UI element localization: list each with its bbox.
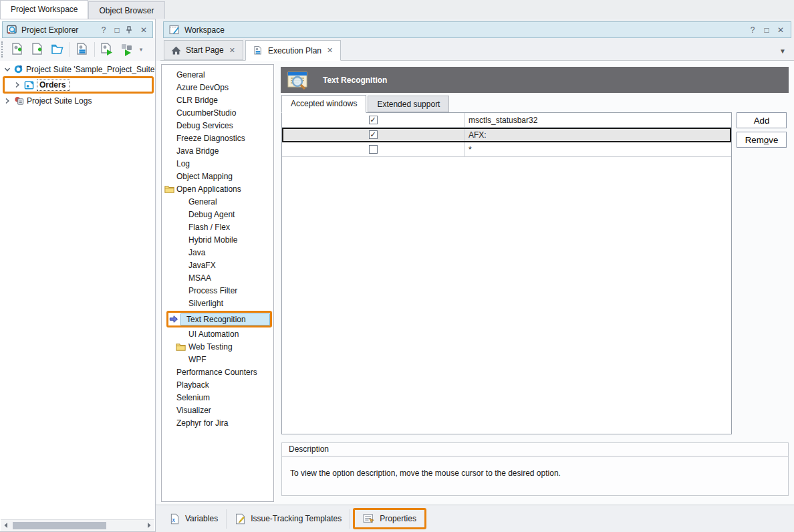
home-icon (171, 46, 181, 55)
close-button[interactable]: ✕ (776, 25, 785, 35)
tab-project-workspace[interactable]: Project Workspace (0, 0, 88, 19)
settings-nav-item-log[interactable]: Log (162, 158, 273, 170)
settings-nav-item-process-filter[interactable]: Process Filter (162, 285, 273, 297)
chevron-right-icon[interactable] (14, 82, 21, 88)
add-button[interactable]: Add (737, 112, 787, 128)
tab-accepted-windows[interactable]: Accepted windows (281, 95, 366, 113)
tab-issue-tracking-templates[interactable]: Issue-Tracking Templates (227, 509, 350, 529)
settings-nav-item-msaa[interactable]: MSAA (162, 272, 273, 285)
settings-nav-item-label: Java (188, 247, 205, 259)
settings-nav-item-ui-automation[interactable]: UI Automation (162, 328, 273, 341)
settings-nav-item-label: CLR Bridge (176, 94, 218, 107)
tab-variables[interactable]: x Variables (161, 509, 227, 529)
options-title: Text Recognition (323, 76, 387, 85)
bottom-tab-bar: x Variables Issue-Tracking Templates Pro… (156, 505, 794, 532)
tree-item-project-suite[interactable]: Project Suite 'Sample_Project_Suite' (1 … (0, 63, 155, 76)
accepted-window-row[interactable]: ✓AFX: (282, 128, 731, 142)
tab-start-page[interactable]: Start Page ✕ (164, 40, 243, 60)
row-checkbox[interactable]: ✓ (369, 116, 378, 124)
settings-nav-item-visualizer[interactable]: Visualizer (162, 404, 273, 417)
settings-nav-item-performance-counters[interactable]: Performance Counters (162, 366, 273, 379)
settings-nav-item-open-applications[interactable]: Open Applications (162, 183, 273, 196)
checkbox-cell: ✓ (282, 128, 465, 142)
accepted-window-row[interactable]: ✓msctls_statusbar32 (282, 113, 731, 128)
add-new-item-button[interactable] (28, 40, 47, 59)
chevron-down-icon[interactable] (4, 66, 11, 73)
float-button[interactable]: □ (762, 25, 771, 35)
settings-nav-item-cucumberstudio[interactable]: CucumberStudio (162, 107, 273, 120)
selected-setting-highlight-box: Text Recognition (166, 311, 272, 327)
settings-nav-item-java-bridge[interactable]: Java Bridge (162, 145, 273, 158)
open-file-button[interactable] (48, 40, 67, 59)
settings-nav-item-general[interactable]: General (162, 196, 273, 209)
project-icon (24, 80, 34, 90)
settings-nav-item-azure-devops[interactable]: Azure DevOps (162, 82, 273, 94)
settings-nav-item-selenium[interactable]: Selenium (162, 392, 273, 404)
window-class-value[interactable]: msctls_statusbar32 (465, 113, 731, 127)
settings-nav-item-wpf[interactable]: WPF (162, 354, 273, 366)
settings-nav-item-general[interactable]: General (162, 69, 273, 82)
settings-nav-item-debug-services[interactable]: Debug Services (162, 120, 273, 132)
tab-label: Variables (185, 514, 218, 523)
help-button[interactable]: ? (99, 25, 108, 35)
text-recognition-icon (287, 71, 309, 90)
tree-item-orders[interactable]: Orders (5, 78, 152, 92)
checkbox-cell: ✓ (282, 113, 465, 127)
settings-nav-item-hybrid-mobile[interactable]: Hybrid Mobile (162, 234, 273, 247)
tab-list-dropdown-icon[interactable]: ▼ (779, 47, 786, 55)
toolbar-grip[interactable] (1, 41, 5, 57)
settings-nav-item-web-testing[interactable]: Web Testing (162, 341, 273, 354)
project-explorer-panel: Project Explorer ? □ ✕ ▾ (0, 19, 156, 532)
scroll-left-icon[interactable] (1, 523, 11, 528)
properties-icon (363, 513, 375, 524)
button-label: Add (754, 116, 770, 126)
toolbar-separator (94, 42, 95, 57)
row-checkbox[interactable] (369, 145, 378, 154)
options-tabs: Accepted windows Extended support (281, 94, 450, 112)
close-tab-icon[interactable]: ✕ (229, 46, 236, 55)
window-class-value[interactable]: * (465, 142, 731, 156)
settings-nav-item-debug-agent[interactable]: Debug Agent (162, 209, 273, 221)
settings-nav-item-text-recognition[interactable]: Text Recognition (168, 313, 270, 325)
settings-nav-item-label: Selenium (176, 392, 210, 404)
tab-object-browser[interactable]: Object Browser (88, 1, 164, 19)
tree-item-project-suite-logs[interactable]: Project Suite Logs (0, 94, 155, 107)
close-tab-icon[interactable]: ✕ (326, 46, 334, 55)
add-new-project-suite-button[interactable] (8, 40, 27, 59)
tab-execution-plan[interactable]: Execution Plan ✕ (245, 40, 341, 61)
settings-nav-item-playback[interactable]: Playback (162, 379, 273, 392)
horizontal-scrollbar[interactable] (1, 519, 154, 531)
settings-nav-item-freeze-diagnostics[interactable]: Freeze Diagnostics (162, 132, 273, 145)
settings-nav-item-clr-bridge[interactable]: CLR Bridge (162, 94, 273, 107)
tab-extended-support[interactable]: Extended support (368, 96, 449, 112)
window-class-value[interactable]: AFX: (465, 128, 731, 142)
settings-nav-item-zephyr-for-jira[interactable]: Zephyr for Jira (162, 417, 273, 430)
close-button[interactable]: ✕ (139, 25, 148, 35)
main-view-tabs: Project Workspace Object Browser (0, 0, 794, 19)
settings-nav-item-javafx[interactable]: JavaFX (162, 259, 273, 272)
settings-nav-item-label: Process Filter (188, 285, 237, 297)
row-checkbox[interactable]: ✓ (369, 130, 378, 139)
scrollbar-thumb[interactable] (13, 522, 106, 529)
float-button[interactable]: □ (112, 25, 122, 35)
help-button[interactable]: ? (748, 25, 757, 35)
settings-nav-item-java[interactable]: Java (162, 247, 273, 259)
accepted-window-row[interactable]: * (282, 142, 731, 157)
description-title: Description (282, 443, 788, 456)
organize-tests-button[interactable] (73, 40, 92, 59)
pin-icon[interactable] (126, 26, 135, 34)
tab-properties[interactable]: Properties (355, 510, 424, 527)
chevron-right-icon[interactable] (4, 98, 11, 104)
tab-label: Start Page (186, 45, 224, 55)
settings-nav-item-flash-flex[interactable]: Flash / Flex (162, 221, 273, 234)
run-project-suite-button[interactable] (118, 40, 136, 59)
scroll-right-icon[interactable] (144, 523, 154, 528)
settings-nav-item-label: JavaFX (188, 259, 216, 272)
settings-nav-item-silverlight[interactable]: Silverlight (162, 297, 273, 310)
settings-nav-item-object-mapping[interactable]: Object Mapping (162, 170, 273, 183)
run-options-dropdown[interactable]: ▾ (138, 46, 144, 53)
settings-nav-item-label: Text Recognition (180, 313, 270, 325)
run-project-button[interactable] (98, 40, 116, 59)
settings-nav-item-label: Flash / Flex (188, 221, 230, 234)
remove-button[interactable]: Remove (737, 132, 787, 148)
